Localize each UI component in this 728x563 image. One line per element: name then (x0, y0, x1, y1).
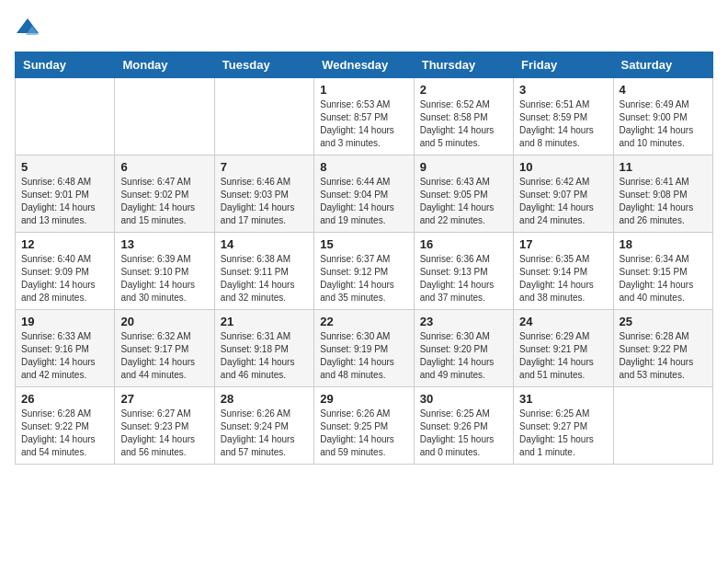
weekday-header-wednesday: Wednesday (314, 52, 414, 78)
calendar-cell: 29Sunrise: 6:26 AMSunset: 9:25 PMDayligh… (314, 387, 414, 465)
day-info: Sunrise: 6:51 AMSunset: 8:59 PMDaylight:… (519, 98, 607, 150)
day-number: 21 (221, 315, 308, 328)
day-info: Sunrise: 6:46 AMSunset: 9:03 PMDaylight:… (221, 176, 308, 227)
day-number: 4 (620, 83, 707, 97)
weekday-header-tuesday: Tuesday (214, 52, 313, 78)
day-info: Sunrise: 6:40 AMSunset: 9:09 PMDaylight:… (21, 253, 108, 304)
calendar-cell: 11Sunrise: 6:41 AMSunset: 9:08 PMDayligh… (613, 155, 712, 233)
day-number: 19 (21, 315, 108, 328)
calendar-cell: 30Sunrise: 6:25 AMSunset: 9:26 PMDayligh… (414, 387, 513, 465)
day-number: 16 (420, 237, 507, 251)
day-number: 2 (420, 83, 507, 97)
day-info: Sunrise: 6:52 AMSunset: 8:58 PMDaylight:… (420, 98, 507, 150)
calendar-cell: 17Sunrise: 6:35 AMSunset: 9:14 PMDayligh… (514, 233, 613, 310)
day-number: 18 (620, 237, 707, 251)
day-number: 29 (320, 392, 407, 406)
calendar-cell: 4Sunrise: 6:49 AMSunset: 9:00 PMDaylight… (613, 78, 712, 155)
calendar-cell (16, 78, 115, 155)
calendar-cell: 9Sunrise: 6:43 AMSunset: 9:05 PMDaylight… (414, 155, 513, 233)
weekday-header-sunday: Sunday (16, 52, 115, 78)
calendar-cell (214, 78, 313, 155)
calendar-cell: 19Sunrise: 6:33 AMSunset: 9:16 PMDayligh… (16, 310, 115, 387)
calendar-week-5: 26Sunrise: 6:28 AMSunset: 9:22 PMDayligh… (16, 387, 713, 465)
day-info: Sunrise: 6:53 AMSunset: 8:57 PMDaylight:… (320, 98, 407, 150)
calendar-cell: 2Sunrise: 6:52 AMSunset: 8:58 PMDaylight… (414, 78, 513, 155)
day-info: Sunrise: 6:38 AMSunset: 9:11 PMDaylight:… (221, 253, 308, 304)
calendar-cell: 22Sunrise: 6:30 AMSunset: 9:19 PMDayligh… (314, 310, 414, 387)
day-info: Sunrise: 6:49 AMSunset: 9:00 PMDaylight:… (620, 98, 707, 150)
calendar-cell: 8Sunrise: 6:44 AMSunset: 9:04 PMDaylight… (314, 155, 414, 233)
calendar-cell: 27Sunrise: 6:27 AMSunset: 9:23 PMDayligh… (115, 387, 214, 465)
calendar-cell: 23Sunrise: 6:30 AMSunset: 9:20 PMDayligh… (414, 310, 513, 387)
weekday-header-saturday: Saturday (613, 52, 712, 78)
day-info: Sunrise: 6:32 AMSunset: 9:17 PMDaylight:… (120, 330, 208, 382)
day-number: 30 (420, 392, 507, 406)
day-number: 14 (221, 237, 308, 251)
day-number: 20 (120, 315, 208, 328)
calendar-cell: 31Sunrise: 6:25 AMSunset: 9:27 PMDayligh… (514, 387, 613, 465)
day-info: Sunrise: 6:25 AMSunset: 9:27 PMDaylight:… (519, 408, 607, 459)
day-number: 9 (420, 160, 507, 174)
day-number: 5 (21, 160, 108, 174)
calendar-cell: 18Sunrise: 6:34 AMSunset: 9:15 PMDayligh… (613, 233, 712, 310)
logo-icon (15, 15, 40, 40)
calendar-cell: 10Sunrise: 6:42 AMSunset: 9:07 PMDayligh… (514, 155, 613, 233)
day-info: Sunrise: 6:43 AMSunset: 9:05 PMDaylight:… (420, 176, 507, 227)
day-number: 13 (120, 237, 208, 251)
weekday-header-monday: Monday (115, 52, 214, 78)
calendar-cell: 5Sunrise: 6:48 AMSunset: 9:01 PMDaylight… (16, 155, 115, 233)
calendar-cell: 7Sunrise: 6:46 AMSunset: 9:03 PMDaylight… (214, 155, 313, 233)
weekday-row: SundayMondayTuesdayWednesdayThursdayFrid… (16, 52, 713, 78)
day-number: 31 (519, 392, 607, 406)
calendar-week-3: 12Sunrise: 6:40 AMSunset: 9:09 PMDayligh… (16, 233, 713, 310)
day-number: 1 (320, 83, 407, 97)
day-info: Sunrise: 6:31 AMSunset: 9:18 PMDaylight:… (221, 330, 308, 382)
day-info: Sunrise: 6:47 AMSunset: 9:02 PMDaylight:… (120, 176, 208, 227)
day-info: Sunrise: 6:29 AMSunset: 9:21 PMDaylight:… (519, 330, 607, 382)
day-info: Sunrise: 6:41 AMSunset: 9:08 PMDaylight:… (620, 176, 707, 227)
day-number: 24 (519, 315, 607, 328)
calendar-cell: 12Sunrise: 6:40 AMSunset: 9:09 PMDayligh… (16, 233, 115, 310)
day-number: 10 (519, 160, 607, 174)
calendar-cell: 24Sunrise: 6:29 AMSunset: 9:21 PMDayligh… (514, 310, 613, 387)
day-number: 27 (120, 392, 208, 406)
day-number: 17 (519, 237, 607, 251)
day-info: Sunrise: 6:37 AMSunset: 9:12 PMDaylight:… (320, 253, 407, 304)
calendar-cell: 28Sunrise: 6:26 AMSunset: 9:24 PMDayligh… (214, 387, 313, 465)
calendar-cell: 20Sunrise: 6:32 AMSunset: 9:17 PMDayligh… (115, 310, 214, 387)
day-info: Sunrise: 6:36 AMSunset: 9:13 PMDaylight:… (420, 253, 507, 304)
day-info: Sunrise: 6:48 AMSunset: 9:01 PMDaylight:… (21, 176, 108, 227)
day-info: Sunrise: 6:26 AMSunset: 9:25 PMDaylight:… (320, 408, 407, 459)
weekday-header-thursday: Thursday (414, 52, 513, 78)
day-number: 22 (320, 315, 407, 328)
day-info: Sunrise: 6:33 AMSunset: 9:16 PMDaylight:… (21, 330, 108, 382)
day-number: 25 (620, 315, 707, 328)
day-number: 3 (519, 83, 607, 97)
calendar-cell: 13Sunrise: 6:39 AMSunset: 9:10 PMDayligh… (115, 233, 214, 310)
calendar-week-4: 19Sunrise: 6:33 AMSunset: 9:16 PMDayligh… (16, 310, 713, 387)
calendar-week-2: 5Sunrise: 6:48 AMSunset: 9:01 PMDaylight… (16, 155, 713, 233)
day-info: Sunrise: 6:28 AMSunset: 9:22 PMDaylight:… (21, 408, 108, 459)
weekday-header-friday: Friday (514, 52, 613, 78)
calendar-cell: 3Sunrise: 6:51 AMSunset: 8:59 PMDaylight… (514, 78, 613, 155)
day-info: Sunrise: 6:30 AMSunset: 9:19 PMDaylight:… (320, 330, 407, 382)
day-number: 15 (320, 237, 407, 251)
day-info: Sunrise: 6:30 AMSunset: 9:20 PMDaylight:… (420, 330, 507, 382)
calendar-cell (613, 387, 712, 465)
day-number: 26 (21, 392, 108, 406)
day-info: Sunrise: 6:25 AMSunset: 9:26 PMDaylight:… (420, 408, 507, 459)
calendar-cell: 26Sunrise: 6:28 AMSunset: 9:22 PMDayligh… (16, 387, 115, 465)
calendar-cell: 21Sunrise: 6:31 AMSunset: 9:18 PMDayligh… (214, 310, 313, 387)
day-info: Sunrise: 6:39 AMSunset: 9:10 PMDaylight:… (120, 253, 208, 304)
day-number: 6 (120, 160, 208, 174)
day-info: Sunrise: 6:26 AMSunset: 9:24 PMDaylight:… (221, 408, 308, 459)
calendar-cell: 25Sunrise: 6:28 AMSunset: 9:22 PMDayligh… (613, 310, 712, 387)
calendar-cell: 15Sunrise: 6:37 AMSunset: 9:12 PMDayligh… (314, 233, 414, 310)
page-container: SundayMondayTuesdayWednesdayThursdayFrid… (15, 15, 713, 465)
calendar-header: SundayMondayTuesdayWednesdayThursdayFrid… (16, 52, 713, 78)
calendar-cell: 6Sunrise: 6:47 AMSunset: 9:02 PMDaylight… (115, 155, 214, 233)
calendar-week-1: 1Sunrise: 6:53 AMSunset: 8:57 PMDaylight… (16, 78, 713, 155)
day-number: 11 (620, 160, 707, 174)
day-info: Sunrise: 6:35 AMSunset: 9:14 PMDaylight:… (519, 253, 607, 304)
day-info: Sunrise: 6:28 AMSunset: 9:22 PMDaylight:… (620, 330, 707, 382)
